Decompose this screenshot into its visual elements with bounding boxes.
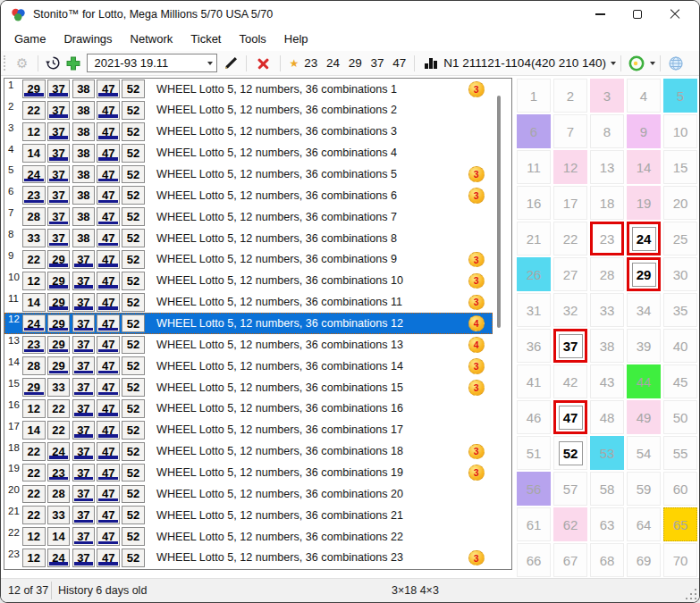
grid-cell-43[interactable]: 43 xyxy=(590,364,624,398)
grid-cell-69[interactable]: 69 xyxy=(627,543,661,577)
grid-cell-35[interactable]: 35 xyxy=(663,293,697,327)
minimize-button[interactable] xyxy=(581,1,619,28)
grid-cell-9[interactable]: 9 xyxy=(627,114,661,148)
grid-cell-60[interactable]: 60 xyxy=(663,472,697,506)
list-item[interactable]: 192223374752WHEEL Lotto 5, 12 numbers, 3… xyxy=(4,462,493,483)
list-item[interactable]: 132329374752WHEEL Lotto 5, 12 numbers, 3… xyxy=(4,334,493,356)
settings-gear-icon[interactable]: ⚙ xyxy=(16,55,28,71)
grid-cell-50[interactable]: 50 xyxy=(663,400,697,434)
grid-cell-1[interactable]: 1 xyxy=(517,79,551,113)
grid-cell-39[interactable]: 39 xyxy=(627,329,661,363)
grid-cell-20[interactable]: 20 xyxy=(663,186,697,220)
grid-cell-54[interactable]: 54 xyxy=(627,436,661,470)
menu-item-game[interactable]: Game xyxy=(5,29,55,50)
grid-cell-23[interactable]: 23 xyxy=(590,222,624,255)
grid-cell-42[interactable]: 42 xyxy=(553,364,587,398)
grid-cell-65[interactable]: 65 xyxy=(663,507,697,541)
list-item[interactable]: 22237384752WHEEL Lotto 5, 12 numbers, 36… xyxy=(4,100,493,121)
grid-cell-16[interactable]: 16 xyxy=(517,186,551,220)
grid-cell-49[interactable]: 49 xyxy=(627,400,661,434)
list-item[interactable]: 31237384752WHEEL Lotto 5, 12 numbers, 36… xyxy=(4,121,493,143)
list-item[interactable]: 231224374752WHEEL Lotto 5, 12 numbers, 3… xyxy=(4,548,493,569)
history-icon[interactable] xyxy=(46,55,61,71)
resize-grip[interactable] xyxy=(685,588,696,599)
add-drawing-icon[interactable] xyxy=(66,56,80,71)
grid-cell-70[interactable]: 70 xyxy=(663,543,697,577)
grid-cell-58[interactable]: 58 xyxy=(590,472,624,506)
menu-item-help[interactable]: Help xyxy=(275,29,317,50)
grid-cell-56[interactable]: 56 xyxy=(517,472,551,506)
grid-cell-66[interactable]: 66 xyxy=(517,543,551,577)
list-item[interactable]: 41437384752WHEEL Lotto 5, 12 numbers, 36… xyxy=(4,143,493,164)
grid-cell-3[interactable]: 3 xyxy=(590,79,624,113)
grid-cell-41[interactable]: 41 xyxy=(517,364,551,398)
grid-cell-13[interactable]: 13 xyxy=(590,150,624,184)
grid-cell-24[interactable]: 24 xyxy=(627,222,661,255)
grid-cell-15[interactable]: 15 xyxy=(663,150,697,184)
stats-dropdown-icon[interactable] xyxy=(611,62,616,65)
draw-selector-combobox[interactable]: 2021-93 19.11 xyxy=(87,54,217,72)
grid-cell-7[interactable]: 7 xyxy=(553,114,587,148)
list-item[interactable]: 83337384752WHEEL Lotto 5, 12 numbers, 36… xyxy=(4,228,493,249)
grid-cell-22[interactable]: 22 xyxy=(553,222,587,255)
grid-cell-4[interactable]: 4 xyxy=(627,79,661,113)
grid-cell-11[interactable]: 11 xyxy=(517,150,551,184)
grid-cell-10[interactable]: 10 xyxy=(663,114,697,148)
grid-cell-30[interactable]: 30 xyxy=(663,257,697,291)
toolbar-grip[interactable] xyxy=(4,55,6,71)
globe-dropdown-icon[interactable] xyxy=(650,62,655,65)
list-item[interactable]: 152933374752WHEEL Lotto 5, 12 numbers, 3… xyxy=(4,377,493,398)
grid-cell-68[interactable]: 68 xyxy=(590,543,624,577)
menu-item-tools[interactable]: Tools xyxy=(230,29,274,50)
menu-item-drawings[interactable]: Drawings xyxy=(55,29,121,50)
grid-cell-21[interactable]: 21 xyxy=(517,222,551,255)
grid-cell-17[interactable]: 17 xyxy=(553,186,587,220)
list-item[interactable]: 182224374752WHEEL Lotto 5, 12 numbers, 3… xyxy=(4,441,493,463)
list-item[interactable]: 72837384752WHEEL Lotto 5, 12 numbers, 36… xyxy=(4,206,493,228)
grid-cell-8[interactable]: 8 xyxy=(590,114,624,148)
menu-item-ticket[interactable]: Ticket xyxy=(181,29,230,50)
grid-cell-53[interactable]: 53 xyxy=(590,436,624,470)
list-item[interactable]: 52437384752WHEEL Lotto 5, 12 numbers, 36… xyxy=(4,163,493,185)
edit-pencil-icon[interactable] xyxy=(223,55,239,71)
grid-cell-31[interactable]: 31 xyxy=(517,293,551,327)
list-item[interactable]: 122429374752WHEEL Lotto 5, 12 numbers, 3… xyxy=(4,313,493,334)
grid-cell-38[interactable]: 38 xyxy=(590,329,624,363)
grid-cell-19[interactable]: 19 xyxy=(627,186,661,220)
menu-item-network[interactable]: Network xyxy=(122,29,182,50)
list-item[interactable]: 62337384752WHEEL Lotto 5, 12 numbers, 36… xyxy=(4,185,493,206)
list-item[interactable]: 221214374752WHEEL Lotto 5, 12 numbers, 3… xyxy=(4,526,493,548)
grid-cell-6[interactable]: 6 xyxy=(517,114,551,148)
grid-cell-46[interactable]: 46 xyxy=(517,400,551,434)
grid-cell-14[interactable]: 14 xyxy=(627,150,661,184)
grid-cell-61[interactable]: 61 xyxy=(517,507,551,541)
grid-cell-18[interactable]: 18 xyxy=(590,186,624,220)
grid-cell-27[interactable]: 27 xyxy=(553,257,587,291)
grid-cell-57[interactable]: 57 xyxy=(553,472,587,506)
list-item[interactable]: 171422374752WHEEL Lotto 5, 12 numbers, 3… xyxy=(4,420,493,441)
list-item[interactable]: 212233374752WHEEL Lotto 5, 12 numbers, 3… xyxy=(4,505,493,526)
globe-green-icon[interactable] xyxy=(628,55,645,71)
grid-cell-63[interactable]: 63 xyxy=(590,507,624,541)
grid-cell-5[interactable]: 5 xyxy=(663,79,697,113)
grid-cell-47[interactable]: 47 xyxy=(553,400,587,434)
grid-cell-44[interactable]: 44 xyxy=(627,364,661,398)
list-item[interactable]: 12937384752WHEEL Lotto 5, 12 numbers, 36… xyxy=(4,79,493,100)
delete-x-icon[interactable] xyxy=(257,57,269,69)
grid-cell-34[interactable]: 34 xyxy=(627,293,661,327)
grid-cell-25[interactable]: 25 xyxy=(663,222,697,255)
list-item[interactable]: 92229374752WHEEL Lotto 5, 12 numbers, 36… xyxy=(4,249,493,271)
list-item[interactable]: 161222374752WHEEL Lotto 5, 12 numbers, 3… xyxy=(4,398,493,420)
grid-cell-51[interactable]: 51 xyxy=(517,436,551,470)
grid-cell-29[interactable]: 29 xyxy=(627,257,661,291)
grid-cell-62[interactable]: 62 xyxy=(553,507,587,541)
list-item[interactable]: 202228374752WHEEL Lotto 5, 12 numbers, 3… xyxy=(4,483,493,505)
list-scrollbar-thumb[interactable] xyxy=(497,96,502,328)
grid-cell-28[interactable]: 28 xyxy=(590,257,624,291)
grid-cell-67[interactable]: 67 xyxy=(553,543,587,577)
list-item[interactable]: 142829374752WHEEL Lotto 5, 12 numbers, 3… xyxy=(4,356,493,377)
grid-cell-32[interactable]: 32 xyxy=(553,293,587,327)
grid-cell-33[interactable]: 33 xyxy=(590,293,624,327)
grid-cell-40[interactable]: 40 xyxy=(663,329,697,363)
grid-cell-45[interactable]: 45 xyxy=(663,364,697,398)
